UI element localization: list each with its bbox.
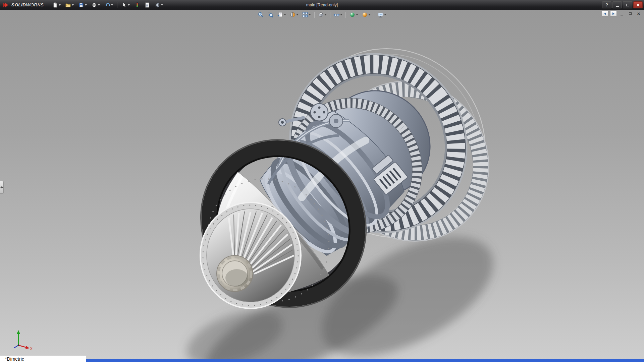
close-button[interactable]: × (633, 1, 643, 8)
titlebar-controls: ? × (602, 0, 643, 10)
previous-view-button[interactable] (276, 11, 287, 19)
file-properties-icon (145, 2, 150, 8)
doc-close-icon: × (637, 11, 640, 16)
doc-minimize-icon (621, 15, 623, 15)
solidworks-window: SOLIDWORKS (0, 0, 644, 362)
select-cursor-icon (121, 2, 127, 8)
triad-x-label: X (30, 347, 33, 350)
edit-appearance-button[interactable] (348, 11, 360, 19)
previous-view-icon (277, 12, 283, 18)
dropdown-caret-icon[interactable] (161, 4, 163, 6)
statusbar: *Dimetric (0, 356, 86, 362)
pane-toggle-right-button[interactable] (610, 11, 617, 16)
options-button[interactable] (153, 1, 165, 9)
dropdown-caret-icon[interactable] (356, 14, 358, 15)
toolbar-separator (117, 2, 117, 8)
restore-icon (626, 4, 629, 6)
options-gear-icon (155, 2, 160, 8)
open-document-button[interactable] (63, 1, 76, 9)
section-view-icon (290, 12, 296, 18)
app-name: SOLIDWORKS (11, 2, 44, 7)
dropdown-caret-icon[interactable] (284, 14, 286, 15)
menu-toolbar (50, 1, 165, 9)
featuremanager-splitter-handle[interactable] (0, 181, 4, 194)
section-view-button[interactable] (288, 11, 300, 19)
dropdown-caret-icon[interactable] (59, 4, 61, 6)
reference-triad: X (9, 328, 34, 350)
engine-scene-canvas[interactable] (0, 10, 644, 362)
zoom-to-fit-icon (258, 12, 264, 18)
select-button[interactable] (119, 1, 132, 9)
dropdown-caret-icon[interactable] (297, 14, 299, 15)
minimize-button[interactable] (612, 1, 622, 8)
toolbar-separator (374, 12, 374, 18)
dropdown-caret-icon[interactable] (128, 4, 130, 6)
new-document-button[interactable] (50, 1, 63, 9)
app-name-bold: SOLID (11, 2, 26, 7)
zoom-to-fit-button[interactable] (257, 11, 265, 19)
close-icon: × (637, 3, 639, 7)
doc-close-button[interactable]: × (635, 11, 642, 16)
dropdown-caret-icon[interactable] (72, 4, 74, 6)
open-document-icon (65, 2, 71, 8)
pane-toggle-right-icon (612, 12, 614, 15)
apply-scene-button[interactable] (361, 11, 372, 19)
titlebar[interactable]: SOLIDWORKS (0, 0, 644, 10)
app-name-light: WORKS (26, 2, 44, 7)
zoom-to-area-icon (268, 12, 274, 18)
display-style-button[interactable] (317, 11, 328, 19)
splitter-arrow-left-icon (0, 186, 2, 188)
dropdown-caret-icon[interactable] (340, 14, 342, 15)
toolbar-separator (346, 12, 346, 18)
dropdown-caret-icon[interactable] (85, 4, 87, 6)
document-window-controls: × (602, 11, 642, 16)
edit-appearance-ball-icon (350, 12, 356, 18)
headsup-view-toolbar (257, 11, 388, 19)
undo-button[interactable] (103, 1, 115, 9)
toolbar-separator (314, 12, 315, 18)
hide-show-items-button[interactable] (332, 11, 344, 19)
pane-toggle-left-icon (604, 12, 606, 15)
view-settings-icon (378, 12, 384, 18)
print-button[interactable] (90, 1, 102, 9)
pane-toggle-left-button[interactable] (602, 11, 608, 16)
view-orientation-button[interactable] (301, 11, 312, 19)
display-style-icon (318, 12, 324, 18)
dropdown-caret-icon[interactable] (369, 14, 371, 15)
view-settings-button[interactable] (376, 11, 388, 19)
view-orientation-icon (302, 12, 308, 18)
dropdown-caret-icon[interactable] (309, 14, 311, 15)
toolbar-separator (330, 12, 330, 18)
help-label: ? (605, 2, 608, 7)
solidworks-logo-icon (3, 2, 9, 8)
hide-show-items-glasses-icon (334, 12, 340, 18)
shaft-hub (217, 255, 253, 292)
rebuild-traffic-light-icon (135, 2, 140, 8)
dropdown-caret-icon[interactable] (384, 14, 386, 15)
dropdown-caret-icon[interactable] (98, 4, 100, 6)
dropdown-caret-icon[interactable] (325, 14, 327, 15)
undo-icon (105, 2, 110, 8)
minimize-icon (616, 6, 619, 7)
splitter-arrow-right-icon (2, 186, 3, 188)
apply-scene-ball-icon (362, 12, 368, 18)
dropdown-caret-icon[interactable] (111, 4, 113, 6)
doc-minimize-button[interactable] (619, 11, 625, 16)
restore-button[interactable] (623, 1, 632, 8)
statusbar-accent-strip (86, 359, 644, 362)
rebuild-button[interactable] (132, 1, 142, 9)
save-button[interactable] (76, 1, 89, 9)
new-document-icon (52, 2, 58, 8)
orientation-label: *Dimetric (5, 356, 24, 362)
save-icon (78, 2, 84, 8)
zoom-to-area-button[interactable] (266, 11, 275, 19)
doc-restore-icon (629, 12, 632, 15)
help-button[interactable]: ? (602, 1, 611, 8)
app-logo: SOLIDWORKS (0, 2, 48, 8)
graphics-viewport[interactable]: × X (0, 10, 644, 362)
print-icon (92, 2, 97, 8)
file-properties-button[interactable] (143, 1, 152, 9)
document-title: main [Read-only] (306, 3, 338, 7)
doc-restore-button[interactable] (627, 11, 634, 16)
